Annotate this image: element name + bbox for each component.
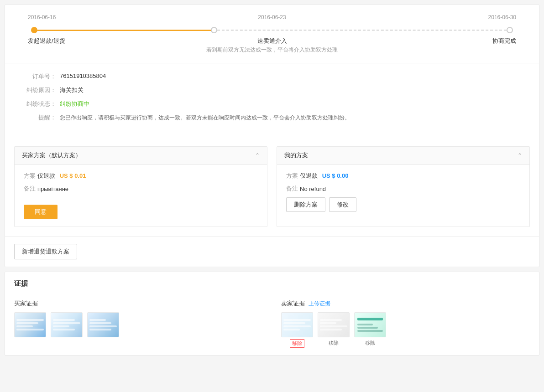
buyer-note-value: прывітанне [37, 186, 68, 192]
seller-thumb-2: 移除 [318, 312, 350, 348]
buyer-thumb-img-1[interactable] [14, 312, 46, 337]
dispute-status-row: 纠纷状态： 纠纷协商中 [23, 100, 521, 108]
seller-panel-chevron-up-icon[interactable]: ⌃ [518, 152, 522, 159]
evidence-title: 证据 [14, 279, 530, 292]
edit-scheme-button[interactable]: 修改 [329, 197, 356, 212]
order-no-value: 76151910385804 [60, 72, 521, 79]
seller-price: US $ 0.00 [322, 172, 349, 179]
buyer-panel-header: 买家方案（默认方案） ⌃ [15, 147, 267, 165]
seller-panel-actions: 删除方案 修改 [286, 197, 520, 212]
seller-evidence-col: 卖家证据 上传证据 移除 [281, 299, 530, 348]
dispute-reason-row: 纠纷原因： 海关扣关 [23, 86, 521, 94]
order-no-row: 订单号： 76151910385804 [23, 72, 521, 81]
dispute-status-value: 纠纷协商中 [60, 100, 521, 108]
buyer-evidence-title: 买家证据 [14, 299, 263, 308]
buyer-panel-body: 方案 仅退款 US $ 0.01 备注 прывітанне 同意 [15, 165, 267, 227]
step-2-date: 2016-06-23 [258, 14, 286, 21]
step-2-label-group: 速卖通介入 若到期前双方无法达成一致，平台将介入协助双方处理 [191, 37, 354, 54]
dispute-reason-value: 海关扣关 [60, 86, 521, 94]
timeline: 2016-06-16 2016-06-23 2016-06-30 发起退款/退货 [23, 14, 521, 54]
buyer-thumb-img-2[interactable] [51, 312, 83, 337]
step-3-date: 2016-06-30 [488, 14, 516, 21]
step-1-title: 发起退款/退货 [28, 37, 65, 45]
buyer-price: US $ 0.01 [60, 172, 86, 179]
seller-panel-title: 我的方案 [284, 151, 308, 160]
delete-scheme-button[interactable]: 删除方案 [286, 197, 325, 212]
seller-scheme-value: 仅退款 US $ 0.00 [300, 172, 348, 180]
buyer-scheme-value: 仅退款 US $ 0.01 [37, 172, 86, 180]
buyer-panel-title: 买家方案（默认方案） [22, 151, 81, 160]
step-2-title: 速卖通介入 [257, 37, 287, 45]
step-1-date: 2016-06-16 [28, 14, 56, 21]
order-info-section: 订单号： 76151910385804 纠纷原因： 海关扣关 纠纷状态： 纠纷协… [5, 63, 539, 137]
buyer-thumb-1 [14, 312, 46, 337]
buyer-scheme-label: 方案 [24, 172, 37, 180]
line-2 [217, 30, 507, 31]
seller-thumb-img-2[interactable] [318, 312, 350, 337]
dispute-reason-label: 纠纷原因： [23, 86, 60, 94]
buyer-evidence-col: 买家证据 [14, 299, 263, 348]
timeline-section: 2016-06-16 2016-06-23 2016-06-30 发起退款/退货 [5, 5, 539, 63]
add-scheme-section: 新增退货退款方案 [5, 236, 539, 267]
step-3-label-group: 协商完成 [353, 37, 516, 54]
seller-thumb-3: 移除 [354, 312, 386, 348]
step-3-dot [507, 27, 513, 33]
step-2-subtitle: 若到期前双方无法达成一致，平台将介入协助双方处理 [206, 46, 338, 54]
buyer-agree-btn-wrapper: 同意 [24, 200, 258, 219]
page-wrapper: 2016-06-16 2016-06-23 2016-06-30 发起退款/退货 [0, 0, 544, 392]
seller-scheme-label: 方案 [286, 172, 300, 180]
timeline-dates-row: 2016-06-16 2016-06-23 2016-06-30 [23, 14, 521, 24]
step-3-title: 协商完成 [492, 37, 516, 45]
remind-value: 您已作出响应，请积极与买家进行协商，达成一致。若双方未能在响应时间内达成一致，平… [60, 113, 521, 122]
seller-thumbs-row: 移除 移除 [281, 312, 530, 348]
order-no-label: 订单号： [23, 72, 60, 81]
evidence-card: 证据 买家证据 [5, 272, 539, 356]
timeline-names-row: 发起退款/退货 速卖通介入 若到期前双方无法达成一致，平台将介入协助双方处理 协… [23, 37, 521, 54]
step-1-label-group: 发起退款/退货 [28, 37, 191, 54]
seller-remove-btn-1[interactable]: 移除 [290, 339, 304, 348]
buyer-thumb-3 [87, 312, 119, 337]
buyer-scheme-row: 方案 仅退款 US $ 0.01 [24, 172, 258, 180]
step-2-dot [211, 27, 217, 33]
seller-remove-btn-3[interactable]: 移除 [363, 339, 377, 347]
timeline-dots-row [23, 27, 521, 33]
buyer-thumb-2 [51, 312, 83, 337]
seller-note-row: 备注 No refund [286, 185, 520, 193]
upload-evidence-link[interactable]: 上传证据 [309, 300, 330, 308]
add-scheme-button[interactable]: 新增退货退款方案 [14, 244, 77, 259]
seller-thumb-1: 移除 [281, 312, 313, 348]
step-1-dot [31, 27, 37, 33]
seller-note-value: No refund [300, 186, 326, 192]
buyer-note-label: 备注 [24, 185, 37, 193]
dispute-status-label: 纠纷状态： [23, 100, 60, 108]
agree-button[interactable]: 同意 [24, 205, 58, 219]
seller-panel-header: 我的方案 ⌃ [277, 147, 529, 165]
seller-scheme-row: 方案 仅退款 US $ 0.00 [286, 172, 520, 180]
seller-evidence-title: 卖家证据 上传证据 [281, 299, 530, 308]
remind-row: 提醒： 您已作出响应，请积极与买家进行协商，达成一致。若双方未能在响应时间内达成… [23, 113, 521, 122]
line-1 [37, 30, 211, 31]
seller-note-label: 备注 [286, 185, 300, 193]
remind-label: 提醒： [23, 113, 60, 122]
buyer-panel-chevron-up-icon[interactable]: ⌃ [255, 152, 260, 159]
main-card: 2016-06-16 2016-06-23 2016-06-30 发起退款/退货 [5, 5, 539, 267]
buyer-thumb-img-3[interactable] [87, 312, 119, 337]
buyer-thumbs-row [14, 312, 263, 337]
panels-section: 买家方案（默认方案） ⌃ 方案 仅退款 US $ 0.01 备注 прывіта… [5, 137, 539, 236]
evidence-row: 买家证据 [14, 299, 530, 348]
buyer-note-row: 备注 прывітанне [24, 185, 258, 193]
seller-panel: 我的方案 ⌃ 方案 仅退款 US $ 0.00 备注 No refund [277, 146, 530, 227]
seller-thumb-img-1[interactable] [281, 312, 313, 337]
seller-panel-body: 方案 仅退款 US $ 0.00 备注 No refund 删除方案 修改 [277, 165, 529, 219]
seller-thumb-img-3[interactable] [354, 312, 386, 337]
seller-remove-btn-2[interactable]: 移除 [327, 339, 340, 347]
buyer-panel: 买家方案（默认方案） ⌃ 方案 仅退款 US $ 0.01 备注 прывіта… [14, 146, 267, 227]
